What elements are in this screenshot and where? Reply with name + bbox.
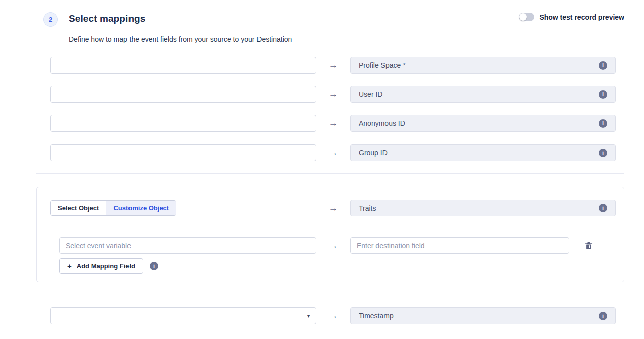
show-test-record-preview-toggle[interactable] (519, 13, 534, 21)
source-field-input[interactable] (50, 144, 316, 161)
destination-field-timestamp: Timestamp i (350, 307, 616, 324)
destination-field-group-id: Group ID i (350, 144, 616, 161)
destination-label: Profile Space * (359, 61, 406, 69)
info-icon[interactable]: i (599, 119, 607, 128)
arrow-right-icon: → (316, 86, 350, 103)
destination-field-anonymous-id: Anonymous ID i (350, 115, 616, 132)
destination-field-profile-space: Profile Space * i (350, 57, 616, 74)
info-icon[interactable]: i (599, 90, 607, 99)
mapping-row-profile-space: → Profile Space * i (50, 57, 616, 74)
info-icon[interactable]: i (599, 61, 607, 70)
destination-label: Traits (359, 204, 376, 212)
arrow-right-icon: → (316, 144, 350, 161)
toggle-label: Show test record preview (539, 13, 624, 21)
source-field-input[interactable] (50, 57, 316, 74)
mapping-row-group-id: → Group ID i (50, 144, 616, 161)
info-icon[interactable]: i (150, 262, 158, 270)
trash-icon (584, 241, 593, 250)
tab-customize-object[interactable]: Customize Object (106, 201, 176, 215)
mapping-row-anonymous-id: → Anonymous ID i (50, 115, 616, 132)
arrow-right-icon: → (316, 200, 350, 216)
event-variable-input[interactable] (59, 237, 316, 254)
timestamp-source-select[interactable]: ▾ (50, 307, 316, 324)
arrow-right-icon: → (316, 307, 350, 324)
traits-destination-row: → Traits i (316, 200, 616, 216)
destination-field-traits: Traits i (350, 200, 616, 216)
custom-mapping-row: → (59, 237, 594, 254)
tab-select-object[interactable]: Select Object (51, 201, 106, 215)
source-field-input[interactable] (50, 86, 316, 103)
timestamp-source-select-input[interactable] (50, 307, 316, 324)
test-record-preview-toggle-group: Show test record preview (519, 13, 624, 21)
destination-field-user-id: User ID i (350, 86, 616, 103)
page-subtitle: Define how to map the event fields from … (69, 35, 292, 43)
plus-icon: + (67, 262, 72, 270)
divider (36, 295, 624, 295)
select-mappings-panel: 2 Select mappings Define how to map the … (0, 0, 644, 339)
destination-label: Timestamp (359, 312, 394, 320)
destination-label: Anonymous ID (359, 119, 405, 127)
arrow-right-icon: → (316, 115, 350, 132)
mapping-row-user-id: → User ID i (50, 86, 616, 103)
mapping-row-timestamp: ▾ → Timestamp i (50, 307, 616, 324)
toggle-knob (519, 13, 527, 21)
destination-field-input[interactable] (350, 237, 569, 254)
page-title: Select mappings (69, 13, 146, 24)
add-mapping-row: + Add Mapping Field i (59, 258, 158, 274)
divider (36, 173, 624, 174)
add-mapping-field-label: Add Mapping Field (77, 262, 135, 270)
delete-mapping-button[interactable] (584, 241, 594, 251)
info-icon[interactable]: i (599, 204, 607, 212)
destination-label: Group ID (359, 149, 388, 157)
add-mapping-field-button[interactable]: + Add Mapping Field (59, 258, 143, 274)
object-mode-tab-group: Select Object Customize Object (50, 200, 176, 216)
source-field-input[interactable] (50, 115, 316, 132)
step-number-badge: 2 (43, 12, 58, 27)
arrow-right-icon: → (316, 240, 350, 251)
info-icon[interactable]: i (599, 149, 607, 157)
arrow-right-icon: → (316, 57, 350, 74)
info-icon[interactable]: i (599, 312, 607, 320)
destination-label: User ID (359, 90, 382, 98)
